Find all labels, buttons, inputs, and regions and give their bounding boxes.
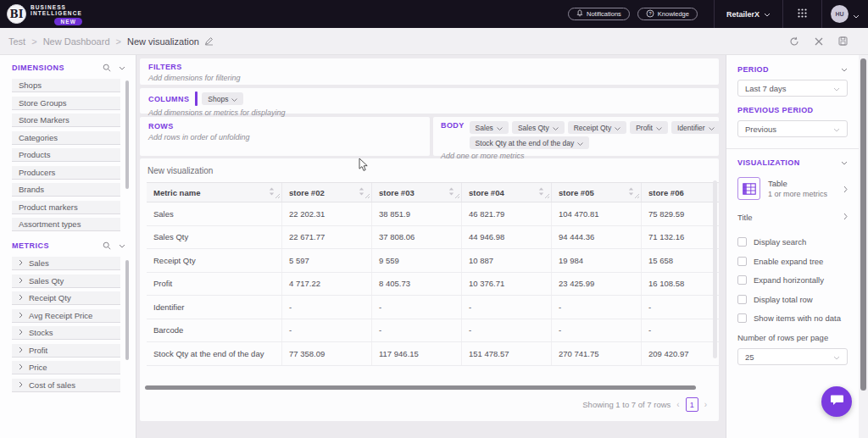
- dimension-item[interactable]: Shops: [12, 79, 120, 92]
- body-metric-chip[interactable]: Profit: [630, 121, 668, 134]
- sort-icon[interactable]: [718, 187, 719, 197]
- metric-item[interactable]: Price: [12, 361, 120, 374]
- topbar-divider: [714, 0, 715, 28]
- scrollbar-thumb[interactable]: [860, 58, 866, 391]
- close-button[interactable]: [815, 37, 823, 46]
- notifications-button[interactable]: Notifications: [568, 8, 630, 20]
- filters-dropzone[interactable]: FILTERS Add dimensions for filtering: [140, 58, 719, 85]
- column-resize-handle[interactable]: [454, 191, 460, 201]
- refresh-button[interactable]: [789, 36, 799, 47]
- column-resize-handle[interactable]: [634, 191, 640, 201]
- metrics-scrollbar[interactable]: [125, 260, 129, 360]
- page-vertical-scrollbar[interactable]: [859, 55, 868, 438]
- column-resize-handle[interactable]: [364, 191, 370, 201]
- period-select[interactable]: Last 7 days: [737, 80, 848, 97]
- horizontal-scrollbar[interactable]: [145, 385, 696, 390]
- user-menu[interactable]: HU: [831, 5, 868, 23]
- chat-support-button[interactable]: [821, 386, 852, 417]
- checkbox-row[interactable]: Display total row: [737, 295, 848, 304]
- search-icon[interactable]: [103, 241, 111, 250]
- metric-item[interactable]: Sales: [12, 257, 120, 270]
- table-row: Barcode - - - -: [147, 319, 719, 343]
- dimension-item[interactable]: Producers: [12, 166, 120, 180]
- body-metric-chip[interactable]: Stock Qty at the end of the day: [470, 136, 590, 149]
- collapse-section-icon[interactable]: [841, 68, 848, 72]
- dimension-item[interactable]: Brands: [12, 183, 120, 197]
- collapse-section-icon[interactable]: [119, 244, 125, 248]
- metric-item[interactable]: Sales Qty: [12, 274, 120, 288]
- table-header-cell[interactable]: store #06: [642, 183, 719, 202]
- next-page-button[interactable]: ›: [704, 401, 707, 409]
- metric-item[interactable]: Avg Receipt Price: [12, 309, 120, 323]
- checkbox-row[interactable]: Show items with no data: [737, 313, 848, 323]
- metrics-title: METRICS: [12, 241, 49, 250]
- breadcrumb-item-test[interactable]: Test: [8, 36, 25, 47]
- dimension-item[interactable]: Products: [12, 148, 120, 162]
- checkbox-unchecked[interactable]: [737, 295, 747, 304]
- chevron-right-icon: [843, 213, 848, 222]
- dimension-item[interactable]: Categories: [12, 131, 120, 145]
- checkbox-row[interactable]: Expand horizontally: [737, 275, 848, 285]
- checkbox-unchecked[interactable]: [737, 313, 747, 323]
- body-dropzone[interactable]: BODY Sales Sa: [433, 117, 719, 156]
- edit-title-button[interactable]: [204, 36, 214, 46]
- breadcrumb-item-dashboard[interactable]: New Dashboard: [43, 36, 110, 47]
- drop-indicator: [195, 91, 198, 106]
- table-header-cell[interactable]: store #02: [282, 183, 372, 202]
- page-number-button[interactable]: 1: [686, 397, 698, 412]
- table-header-cell[interactable]: store #05: [552, 183, 642, 202]
- columns-hint: Add dimensions or metrics for displaying: [148, 108, 710, 117]
- dimension-item[interactable]: Product markers: [12, 201, 120, 214]
- value-cell: 117 946.15: [372, 342, 462, 365]
- previous-period-select[interactable]: Previous: [737, 120, 848, 137]
- checkbox-row[interactable]: Enable expand tree: [737, 257, 848, 266]
- value-cell: 8 405.73: [372, 273, 462, 296]
- body-metric-chip-label: Identifier: [677, 124, 705, 132]
- metric-item[interactable]: Cost of sales: [12, 379, 120, 392]
- metric-item[interactable]: Profit: [12, 344, 120, 358]
- svg-text:?: ?: [648, 11, 651, 16]
- table-vertical-scrollbar[interactable]: [713, 180, 717, 358]
- dimension-item[interactable]: Store Groups: [12, 97, 120, 110]
- checkbox-unchecked[interactable]: [737, 275, 747, 285]
- checkbox-unchecked[interactable]: [737, 237, 747, 247]
- title-settings-row[interactable]: Title: [737, 213, 848, 222]
- dimensions-scrollbar[interactable]: [125, 80, 129, 189]
- sort-icon[interactable]: [269, 187, 275, 197]
- rows-per-page-select[interactable]: 25: [737, 348, 848, 365]
- body-metric-chip[interactable]: Sales Qty: [512, 121, 565, 134]
- body-metric-chip[interactable]: Receipt Qty: [568, 121, 626, 134]
- collapse-section-icon[interactable]: [841, 161, 848, 165]
- body-metric-chip[interactable]: Identifier: [671, 121, 721, 134]
- metric-item[interactable]: Stocks: [12, 326, 120, 340]
- dimension-item[interactable]: Assortment types: [12, 218, 120, 231]
- fields-sidebar: DIMENSIONS Shops Store Groups: [0, 55, 136, 438]
- dimensions-list: Shops Store Groups Store Markers Categor…: [12, 79, 136, 231]
- org-switcher[interactable]: RetailerX: [723, 10, 774, 19]
- sort-icon[interactable]: [448, 187, 454, 197]
- metric-item[interactable]: Receipt Qty: [12, 291, 120, 305]
- metric-item-label: Sales: [29, 258, 49, 268]
- apps-grid-button[interactable]: [792, 7, 813, 22]
- save-button[interactable]: [838, 36, 848, 46]
- knowledge-button[interactable]: ? Knowledge: [637, 8, 698, 20]
- checkbox-row[interactable]: Display search: [737, 237, 848, 247]
- table-header-cell[interactable]: store #04: [462, 183, 552, 202]
- table-header-cell[interactable]: store #03: [372, 183, 462, 202]
- sort-icon[interactable]: [628, 187, 634, 197]
- sort-icon[interactable]: [538, 187, 544, 197]
- body-metric-chip[interactable]: Sales: [470, 121, 509, 134]
- checkbox-unchecked[interactable]: [737, 257, 747, 266]
- dimension-item[interactable]: Store Markers: [12, 114, 120, 127]
- sort-icon[interactable]: [359, 187, 364, 197]
- search-icon[interactable]: [103, 64, 111, 72]
- columns-dropzone[interactable]: COLUMNS Shops Add dimensions or metrics …: [140, 88, 719, 114]
- rows-dropzone[interactable]: ROWS Add rows in order of unfolding: [140, 117, 430, 156]
- prev-page-button[interactable]: ‹: [676, 401, 679, 409]
- visualization-type-row[interactable]: Table 1 or more metrics: [737, 177, 848, 200]
- table-header-cell[interactable]: Metric name: [147, 183, 282, 202]
- collapse-section-icon[interactable]: [119, 66, 125, 70]
- column-chip[interactable]: Shops: [202, 92, 243, 105]
- column-resize-handle[interactable]: [544, 191, 550, 201]
- column-resize-handle[interactable]: [275, 191, 281, 201]
